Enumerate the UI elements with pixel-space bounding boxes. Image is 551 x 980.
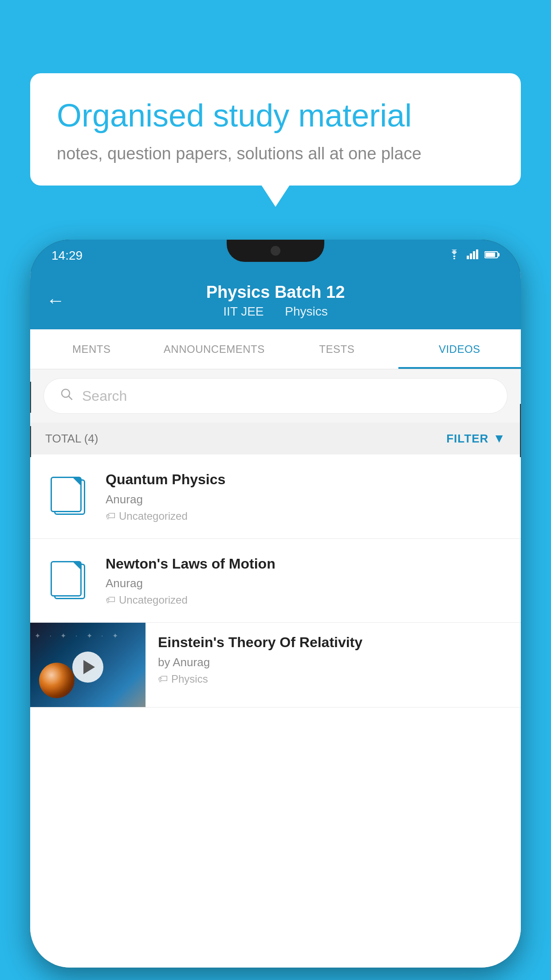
file-icon-quantum [43,470,92,519]
volume-down-button [30,426,31,457]
header-subtitle-part2: Physics [285,304,327,318]
filter-icon: ▼ [493,431,506,446]
svg-point-0 [453,258,455,259]
list-item[interactable]: Quantum Physics Anurag 🏷 Uncategorized [30,454,521,539]
search-icon [60,387,73,404]
video-item-info: Quantum Physics Anurag 🏷 Uncategorized [106,470,508,522]
planet-shape [39,663,75,698]
filter-bar: TOTAL (4) FILTER ▼ [30,423,521,454]
tag-icon: 🏷 [106,594,115,606]
battery-icon [484,250,500,261]
speech-bubble: Organised study material notes, question… [30,73,521,186]
camera-dot [271,246,280,256]
phone-frame: 14:29 [30,240,521,968]
video-title: Einstein's Theory Of Relativity [158,633,508,652]
tag-label: Physics [171,673,208,685]
video-list: Quantum Physics Anurag 🏷 Uncategorized [30,454,521,968]
file-icon-newton [43,555,92,604]
video-thumbnail [30,623,146,707]
volume-up-button [30,382,31,413]
svg-rect-1 [467,256,469,259]
video-item-info: Newton's Laws of Motion Anurag 🏷 Uncateg… [106,555,508,607]
video-author: Anurag [106,577,508,590]
tag-label: Uncategorized [119,594,188,606]
video-tag: 🏷 Uncategorized [106,594,508,606]
header-subtitle: IIT JEE Physics [219,304,332,319]
search-container: Search [30,369,521,423]
status-bar: 14:29 [30,240,521,272]
tab-tests[interactable]: TESTS [276,329,398,369]
list-item[interactable]: Einstein's Theory Of Relativity by Anura… [30,623,521,707]
svg-line-9 [69,396,72,399]
header-subtitle-part1: IIT JEE [223,304,264,318]
status-icons [447,249,500,262]
video-tag: 🏷 Uncategorized [106,510,508,522]
file-front [51,561,82,597]
video-item-info: Einstein's Theory Of Relativity by Anura… [146,623,521,696]
total-count: TOTAL (4) [45,432,98,446]
power-button [520,404,521,457]
search-input[interactable]: Search [82,388,127,404]
tab-ments[interactable]: MENTS [30,329,153,369]
tag-label: Uncategorized [119,510,188,522]
svg-rect-2 [470,253,472,259]
phone-content: ← Physics Batch 12 IIT JEE Physics MENTS… [30,272,521,968]
status-time: 14:29 [51,249,83,263]
video-tag: 🏷 Physics [158,673,508,685]
back-button[interactable]: ← [46,290,65,311]
tabs-bar: MENTS ANNOUNCEMENTS TESTS VIDEOS [30,329,521,369]
search-box[interactable]: Search [43,378,508,414]
tab-videos[interactable]: VIDEOS [398,329,521,369]
filter-button[interactable]: FILTER ▼ [446,431,506,446]
svg-rect-6 [498,253,500,257]
video-author: Anurag [106,493,508,506]
video-author: by Anurag [158,656,508,669]
video-title: Newton's Laws of Motion [106,555,508,573]
play-icon [83,660,95,674]
file-front [51,477,82,512]
wifi-icon [447,249,461,262]
video-title: Quantum Physics [106,470,508,489]
page-title: Physics Batch 12 [206,283,345,302]
signal-icon [467,249,479,262]
play-button[interactable] [72,652,103,683]
svg-rect-7 [485,253,495,257]
tag-icon: 🏷 [106,510,115,522]
list-item[interactable]: Newton's Laws of Motion Anurag 🏷 Uncateg… [30,539,521,623]
app-header: ← Physics Batch 12 IIT JEE Physics [30,272,521,329]
speech-bubble-title: Organised study material [57,96,494,134]
filter-label: FILTER [446,432,488,446]
speech-bubble-subtitle: notes, question papers, solutions all at… [57,144,494,163]
svg-rect-3 [473,251,475,259]
tag-icon: 🏷 [158,673,168,685]
tab-announcements[interactable]: ANNOUNCEMENTS [153,329,276,369]
svg-rect-4 [476,249,478,259]
